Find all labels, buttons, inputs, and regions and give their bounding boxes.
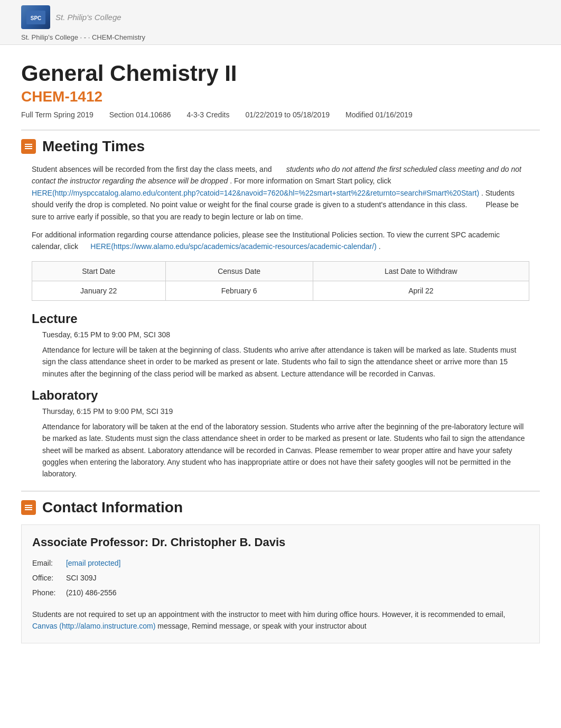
smart-start-link[interactable]: HERE(http://myspccatalog.alamo.edu/conte… bbox=[32, 189, 479, 197]
table-header-start: Start Date bbox=[32, 261, 166, 281]
logo-text: St. Philip's College bbox=[55, 13, 121, 22]
start-date-value: January 22 bbox=[32, 281, 166, 300]
email-link[interactable]: [email protected] bbox=[66, 559, 121, 567]
svg-rect-6 bbox=[25, 507, 32, 508]
meeting-times-content: Student absences will be recorded from t… bbox=[21, 163, 540, 480]
table-row: January 22 February 6 April 22 bbox=[32, 281, 529, 300]
main-content: General Chemistry II CHEM-1412 Full Term… bbox=[0, 45, 561, 665]
course-dates: 01/22/2019 to 05/18/2019 bbox=[245, 110, 330, 119]
census-date-value: February 6 bbox=[165, 281, 313, 300]
meeting-times-icon bbox=[21, 139, 36, 154]
table-header-withdraw: Last Date to Withdraw bbox=[313, 261, 529, 281]
professor-name: Associate Professor: Dr. Christopher B. … bbox=[32, 536, 529, 549]
canvas-link[interactable]: Canvas (http://alamo.instructure.com) bbox=[32, 622, 155, 630]
office-row: Office: SCI 309J bbox=[32, 570, 529, 585]
laboratory-title: Laboratory bbox=[32, 388, 529, 403]
lecture-time: Tuesday, 6:15 PM to 9:00 PM, SCI 308 bbox=[32, 330, 529, 339]
course-meta: Full Term Spring 2019 Section 014.10686 … bbox=[21, 110, 540, 119]
attendance-para2-end: . bbox=[379, 242, 381, 251]
meeting-times-title: Meeting Times bbox=[42, 138, 145, 155]
breadcrumb: St. Philip's College · - · CHEM-Chemistr… bbox=[21, 33, 540, 41]
contact-bottom-text: Students are not required to set up an a… bbox=[32, 609, 529, 632]
svg-rect-5 bbox=[25, 505, 32, 506]
svg-text:SPC: SPC bbox=[30, 15, 41, 21]
attendance-para2: For additional information regarding cou… bbox=[32, 229, 529, 253]
bottom-text-post: message, Remind message, or speak with y… bbox=[157, 622, 366, 630]
svg-rect-3 bbox=[25, 146, 32, 147]
course-section: Section 014.10686 bbox=[109, 110, 171, 119]
laboratory-description: Attendance for laboratory will be taken … bbox=[32, 421, 529, 480]
office-label: Office: bbox=[32, 570, 64, 585]
course-code: CHEM-1412 bbox=[21, 88, 540, 105]
dates-table: Start Date Census Date Last Date to With… bbox=[32, 261, 529, 301]
course-title: General Chemistry II bbox=[21, 61, 540, 86]
contact-header: Contact Information bbox=[21, 491, 540, 516]
meeting-times-header: Meeting Times bbox=[21, 130, 540, 155]
lecture-title: Lecture bbox=[32, 311, 529, 326]
email-row: Email: [email protected] bbox=[32, 556, 529, 570]
contact-info: Email: [email protected] Office: SCI 309… bbox=[32, 556, 529, 600]
contact-title: Contact Information bbox=[42, 499, 183, 516]
svg-rect-4 bbox=[25, 148, 32, 149]
college-logo: SPC bbox=[21, 5, 50, 29]
course-term: Full Term Spring 2019 bbox=[21, 110, 94, 119]
course-modified: Modified 01/16/2019 bbox=[345, 110, 413, 119]
contact-icon bbox=[21, 500, 36, 515]
svg-rect-2 bbox=[25, 144, 32, 145]
contact-section: Associate Professor: Dr. Christopher B. … bbox=[21, 524, 540, 643]
attendance-text-post: . For more information on Smart Start po… bbox=[230, 177, 391, 185]
laboratory-time: Thursday, 6:15 PM to 9:00 PM, SCI 319 bbox=[32, 407, 529, 416]
phone-row: Phone: (210) 486-2556 bbox=[32, 585, 529, 600]
top-bar: SPC St. Philip's College St. Philip's Co… bbox=[0, 0, 561, 45]
attendance-text-pre: Student absences will be recorded from t… bbox=[32, 165, 272, 173]
lecture-description: Attendance for lecture will be taken at … bbox=[32, 344, 529, 380]
email-label: Email: bbox=[32, 556, 64, 570]
withdraw-date-value: April 22 bbox=[313, 281, 529, 300]
phone-value: (210) 486-2556 bbox=[66, 588, 117, 597]
bottom-text-pre: Students are not required to set up an a… bbox=[32, 610, 505, 619]
phone-label: Phone: bbox=[32, 585, 64, 600]
attendance-para1: Student absences will be recorded from t… bbox=[32, 163, 529, 223]
course-credits: 4-3-3 Credits bbox=[186, 110, 229, 119]
svg-rect-7 bbox=[25, 509, 32, 510]
table-header-census: Census Date bbox=[165, 261, 313, 281]
academic-calendar-link[interactable]: HERE(https://www.alamo.edu/spc/academics… bbox=[90, 242, 377, 251]
office-value: SCI 309J bbox=[66, 574, 97, 582]
logo-area: SPC St. Philip's College bbox=[21, 5, 540, 29]
